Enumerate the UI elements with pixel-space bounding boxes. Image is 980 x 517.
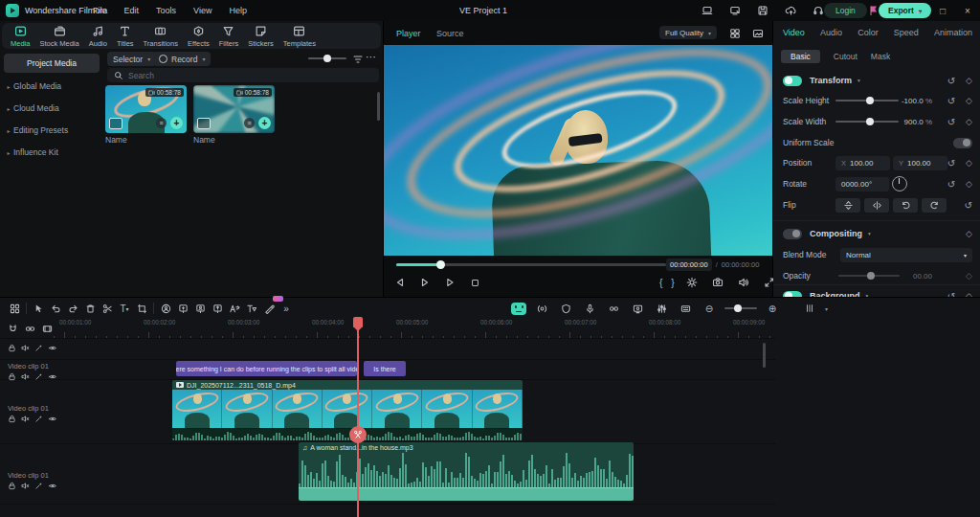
rotate-input[interactable]: 0000.00° (835, 177, 889, 191)
adjust-track-icon[interactable] (34, 482, 43, 490)
timeline-video-clip[interactable]: DJI_202507112...2311_0518_D.mp4 (172, 380, 523, 440)
more-options-icon[interactable]: ⋯ (366, 51, 377, 63)
tab-stock-media[interactable]: Stock Media (34, 23, 83, 49)
reset-icon[interactable]: ↺ (965, 200, 972, 211)
reset-icon[interactable]: ↺ (947, 96, 955, 106)
mark-in-icon[interactable]: { (659, 278, 662, 288)
stop-button[interactable] (466, 274, 483, 291)
select-tool-icon[interactable] (30, 300, 47, 317)
media-clip-thumbnail[interactable]: 00:58:78 ≡ + (105, 85, 187, 133)
chevron-down-icon[interactable]: ▾ (825, 305, 828, 312)
tab-color[interactable]: Color (858, 28, 879, 37)
multi-view-icon[interactable] (726, 25, 744, 42)
compositing-toggle[interactable] (783, 229, 802, 239)
slider-knob[interactable] (867, 272, 875, 280)
preview-window-icon[interactable] (749, 25, 767, 42)
adjust-track-icon[interactable] (34, 415, 43, 423)
adjust-track-icon[interactable] (34, 344, 43, 352)
auto-caption-icon[interactable] (226, 300, 243, 317)
shortcut-keyboard-icon[interactable] (677, 300, 694, 317)
selector-dropdown[interactable]: Selector▾ (107, 52, 156, 66)
position-x-input[interactable]: X100.00 (835, 156, 890, 170)
keyframe-icon[interactable]: ◇ (966, 117, 972, 126)
search-input[interactable]: Search (107, 68, 379, 82)
rotate-ccw-button[interactable] (893, 198, 918, 213)
lock-track-icon[interactable] (8, 372, 16, 381)
mute-track-icon[interactable] (21, 415, 30, 423)
play-button[interactable] (441, 274, 458, 291)
hide-track-icon[interactable] (48, 482, 57, 490)
text-tool-icon[interactable]: T▾ (116, 300, 133, 317)
reset-icon[interactable]: ↺ (947, 158, 955, 169)
menu-view[interactable]: View (193, 6, 212, 15)
window-close-button[interactable]: × (955, 6, 980, 16)
uniform-scale-toggle[interactable] (953, 138, 972, 148)
tab-source[interactable]: Source (436, 29, 464, 38)
tab-video[interactable]: Video (783, 28, 805, 37)
menu-tools[interactable]: Tools (156, 6, 176, 15)
tab-effects[interactable]: Effects (183, 23, 214, 49)
tab-animation[interactable]: Animation (934, 28, 972, 37)
blend-mode-dropdown[interactable]: Normal▾ (840, 248, 972, 262)
slider-knob[interactable] (734, 304, 742, 312)
seek-handle[interactable] (436, 260, 445, 269)
clip-options-icon[interactable]: ≡ (244, 118, 255, 128)
mute-track-icon[interactable] (21, 344, 30, 352)
reset-icon[interactable]: ↺ (947, 76, 955, 86)
subtab-cutout[interactable]: Cutout (834, 52, 858, 61)
hide-track-icon[interactable] (48, 415, 57, 423)
step-forward-button[interactable] (416, 274, 434, 291)
timeline-scrollbar[interactable] (763, 343, 766, 368)
menu-edit[interactable]: Edit (124, 6, 140, 15)
record-dropdown[interactable]: Record▾ (153, 52, 211, 66)
tab-transitions[interactable]: Transitions (139, 23, 183, 49)
snapshot-icon[interactable] (709, 274, 726, 291)
keyframe-icon[interactable]: ◇ (966, 179, 972, 189)
reset-icon[interactable]: ↺ (947, 179, 955, 190)
keyframe-icon[interactable]: ◇ (966, 96, 972, 105)
timeline-text-clip[interactable]: Is there (364, 361, 406, 376)
quality-dropdown[interactable]: Full Quality▾ (659, 26, 717, 39)
timeline-text-clip[interactable]: Is there something I can do before runni… (176, 361, 357, 376)
auto-ripple-icon[interactable] (605, 300, 622, 317)
hide-track-icon[interactable] (48, 344, 57, 352)
keyframe-icon[interactable]: ◇ (966, 76, 972, 85)
undo-icon[interactable] (47, 300, 64, 317)
split-scissors-icon[interactable] (99, 300, 116, 317)
seek-bar[interactable] (396, 263, 666, 266)
tab-player[interactable]: Player (396, 29, 421, 38)
video-preview[interactable] (384, 45, 772, 256)
sidebar-item-global-media[interactable]: ▸Global Media (4, 77, 100, 96)
zoom-in-icon[interactable]: ⊕ (764, 300, 781, 317)
lock-track-icon[interactable] (8, 415, 16, 423)
media-browser-icon[interactable] (6, 300, 23, 317)
rotate-dial[interactable] (892, 176, 907, 191)
media-scrollbar[interactable] (377, 92, 380, 121)
playhead-line[interactable] (357, 317, 359, 517)
window-minimize-button[interactable]: – (905, 6, 930, 16)
scale-height-slider[interactable] (835, 100, 899, 101)
sidebar-item-project-media[interactable]: Project Media (4, 54, 100, 73)
rotate-cw-button[interactable] (922, 198, 947, 213)
marker-person-icon[interactable] (191, 300, 209, 317)
login-button[interactable]: Login (824, 3, 867, 18)
tab-audio-props[interactable]: Audio (820, 28, 842, 37)
adjust-track-icon[interactable] (34, 372, 43, 381)
sidebar-item-influence-kit[interactable]: ▸Influence Kit (4, 143, 100, 162)
audio-clip-volume-band[interactable] (299, 487, 634, 501)
media-clip-thumbnail[interactable]: 00:58:78 ≡ + (193, 85, 275, 133)
marker-add-icon[interactable] (174, 300, 191, 317)
slider-knob[interactable] (866, 118, 874, 125)
add-to-timeline-button[interactable]: + (258, 117, 271, 129)
cloud-upload-icon[interactable] (782, 2, 799, 19)
window-maximize-button[interactable]: □ (930, 6, 955, 16)
export-device-icon[interactable] (726, 2, 744, 19)
subtab-basic[interactable]: Basic (781, 50, 820, 63)
tab-filters[interactable]: Filters (214, 23, 243, 49)
keyframe-icon[interactable]: ◇ (966, 158, 972, 168)
keyframe-icon[interactable]: ◇ (966, 271, 972, 281)
sidebar-item-cloud-media[interactable]: ▸Cloud Media (4, 99, 100, 118)
sidebar-item-editing-presets[interactable]: ▸Editing Presets (4, 121, 100, 140)
tab-audio[interactable]: Audio (84, 23, 112, 49)
timeline-view-icon[interactable] (801, 300, 818, 317)
